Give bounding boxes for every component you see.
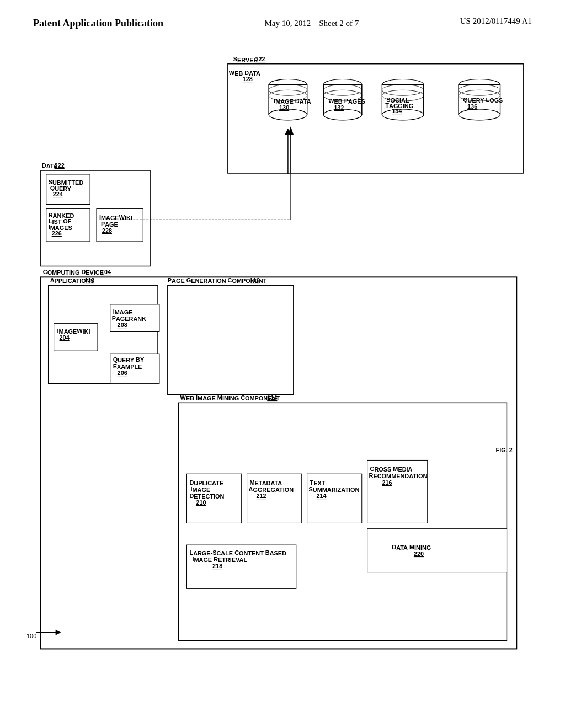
patent-diagram: SERVER 122 WEB DATA 128 IMAGE DATA 130 W… (11, 47, 554, 676)
image-data-num: 130 (279, 104, 289, 111)
diagram-area: SERVER 122 WEB DATA 128 IMAGE DATA 130 W… (0, 36, 565, 687)
server-num: 122 (255, 56, 265, 62)
data-num: 222 (55, 162, 65, 169)
cross-media-label2: RECOMMENDATION (369, 472, 428, 479)
social-tagging-num: 134 (392, 108, 402, 114)
duplicate-label: DUPLICATE (189, 479, 223, 486)
page-header: Patent Application Publication May 10, 2… (0, 0, 565, 36)
image-pagerank-num: 208 (118, 322, 127, 328)
query-by-example-num: 206 (118, 370, 127, 376)
query-logs-num: 136 (467, 103, 477, 110)
svg-marker-54 (285, 129, 291, 135)
duplicate-label3: DETECTION (189, 493, 224, 500)
large-scale-label: LARGE-SCALE CONTENT BASED (189, 549, 286, 556)
svg-point-17 (382, 109, 423, 120)
svg-point-24 (459, 109, 500, 120)
web-image-mining-label: WEB IMAGE MINING COMPONENT (180, 395, 280, 402)
metadata-num: 212 (256, 493, 266, 499)
cross-media-label: CROSS MEDIA (370, 465, 413, 473)
sheet-info: Sheet 2 of 7 (319, 19, 359, 28)
web-pages-num: 132 (334, 104, 344, 111)
ranked-list-num: 226 (52, 230, 62, 237)
metadata-label2: AGGREGATION (249, 486, 294, 493)
web-image-mining-num: 114 (267, 395, 277, 402)
text-summ-num: 214 (316, 493, 326, 499)
svg-rect-43 (168, 285, 294, 394)
computing-device-num: 104 (101, 269, 111, 276)
applications-num: 112 (84, 277, 94, 283)
image-pagerank-label: IMAGE (113, 308, 133, 315)
patent-number: US 2012/0117449 A1 (460, 17, 532, 25)
metadata-label: METADATA (250, 479, 282, 486)
page-gen-num: 116 (250, 277, 260, 283)
computing-device-label: COMPUTING DEVICE (43, 269, 104, 276)
duplicate-num: 210 (196, 499, 206, 506)
large-scale-num: 218 (212, 563, 222, 569)
patent-title: Patent Application Publication (33, 18, 163, 29)
data-mining-num: 220 (414, 550, 424, 557)
data-mining-label: DATA MINING (392, 544, 431, 551)
imagewiki-num: 204 (60, 335, 70, 341)
figure-arrow-num: 100 (26, 633, 36, 639)
cross-media-num: 216 (382, 479, 392, 486)
query-by-example-label: QUERY BY (113, 356, 145, 363)
pub-date: May 10, 2012 (264, 19, 311, 28)
header-title: Patent Application Publication (33, 17, 163, 30)
header-right: US 2012/0117449 A1 (460, 17, 532, 26)
web-data-num: 128 (243, 76, 253, 83)
svg-rect-50 (367, 529, 507, 572)
header-center: May 10, 2012 Sheet 2 of 7 (264, 17, 359, 30)
fig-label: FIG. 2 (496, 447, 513, 453)
server-label: SERVER (233, 56, 258, 63)
submitted-query-num: 224 (53, 191, 63, 197)
imagewiki-page-num: 228 (102, 227, 112, 234)
